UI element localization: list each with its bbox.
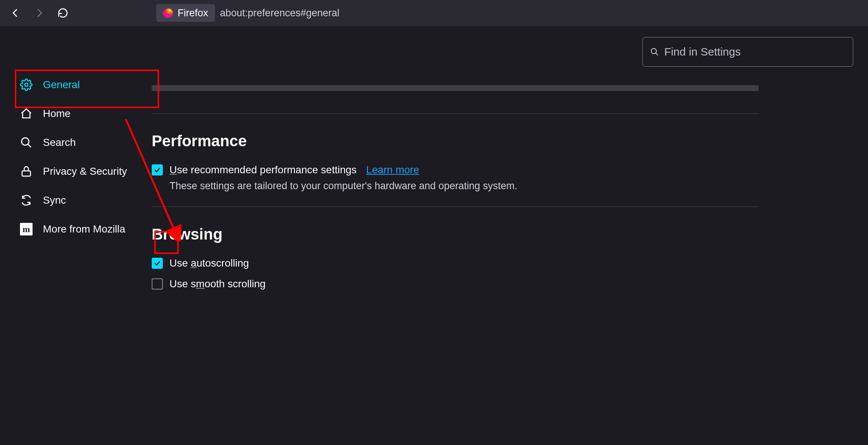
autoscrolling-label[interactable]: Use autoscrolling xyxy=(169,257,249,269)
autoscrolling-checkbox[interactable] xyxy=(152,258,163,269)
search-icon xyxy=(650,47,659,57)
lock-icon xyxy=(20,165,33,178)
settings-search-input[interactable] xyxy=(664,46,845,58)
url-bar[interactable]: Firefox about:preferences#general xyxy=(156,4,339,22)
check-icon xyxy=(154,260,161,267)
use-recommended-label[interactable]: UUse recommended performance settingsse … xyxy=(169,164,357,176)
arrow-right-icon xyxy=(34,7,45,19)
arrow-left-icon xyxy=(10,7,21,19)
autoscrolling-row: Use autoscrolling Use autoscrolling xyxy=(152,257,850,269)
sidebar-item-label: Search xyxy=(43,137,76,148)
performance-section: Performance UUse recommended performance… xyxy=(152,132,850,192)
sidebar-item-general[interactable]: General xyxy=(15,70,144,99)
svg-line-6 xyxy=(656,53,658,55)
reload-icon xyxy=(57,7,68,19)
identity-label: Firefox xyxy=(178,7,208,19)
sync-icon xyxy=(20,194,33,207)
sidebar-item-privacy[interactable]: Privacy & Security xyxy=(15,157,144,186)
back-button[interactable] xyxy=(7,5,24,21)
use-recommended-checkbox[interactable] xyxy=(152,164,163,175)
mozilla-icon: m xyxy=(20,223,33,235)
url-text: about:preferences#general xyxy=(220,7,340,19)
sidebar-item-label: Privacy & Security xyxy=(43,165,127,177)
smoothscrolling-checkbox[interactable] xyxy=(152,278,163,290)
performance-heading: Performance xyxy=(152,132,850,150)
settings-search[interactable] xyxy=(642,37,853,67)
browsing-section: Browsing Use autoscrolling Use autoscrol… xyxy=(152,225,850,290)
search-icon xyxy=(20,136,33,149)
svg-line-3 xyxy=(28,144,31,147)
sidebar-item-more-mozilla[interactable]: m More from Mozilla xyxy=(15,215,144,244)
preferences-main: Performance UUse recommended performance… xyxy=(152,26,868,445)
learn-more-link[interactable]: Learn more xyxy=(366,164,419,176)
sidebar-item-label: More from Mozilla xyxy=(43,223,125,235)
sidebar-item-label: General xyxy=(43,79,80,91)
svg-point-1 xyxy=(25,83,28,87)
forward-button[interactable] xyxy=(31,5,47,21)
section-divider xyxy=(152,207,758,207)
reload-button[interactable] xyxy=(55,5,71,21)
sidebar-item-label: Sync xyxy=(43,194,66,206)
sidebar-item-label: Home xyxy=(43,108,71,120)
section-divider xyxy=(152,113,758,114)
svg-point-5 xyxy=(651,48,656,54)
preferences-sidebar: General Home Search Privacy & Security S… xyxy=(0,26,152,445)
svg-rect-4 xyxy=(22,171,31,176)
preferences-content: General Home Search Privacy & Security S… xyxy=(0,26,868,445)
identity-box[interactable]: Firefox xyxy=(156,4,215,22)
use-recommended-row: UUse recommended performance settingsse … xyxy=(152,164,850,176)
firefox-icon xyxy=(163,8,173,18)
sidebar-item-sync[interactable]: Sync xyxy=(15,186,144,215)
sidebar-item-search[interactable]: Search xyxy=(15,128,144,157)
smoothscrolling-row: Use smooth scrolling Use smooth scrollin… xyxy=(152,278,850,290)
svg-point-2 xyxy=(21,138,29,145)
performance-description: These settings are tailored to your comp… xyxy=(169,180,850,192)
check-icon xyxy=(154,166,161,174)
section-placeholder-bar xyxy=(152,85,758,91)
browser-toolbar: Firefox about:preferences#general xyxy=(0,0,868,26)
browsing-heading: Browsing xyxy=(152,225,850,243)
smoothscrolling-label[interactable]: Use smooth scrolling xyxy=(169,278,266,290)
home-icon xyxy=(20,107,33,120)
sidebar-item-home[interactable]: Home xyxy=(15,99,144,128)
gear-icon xyxy=(20,78,33,91)
